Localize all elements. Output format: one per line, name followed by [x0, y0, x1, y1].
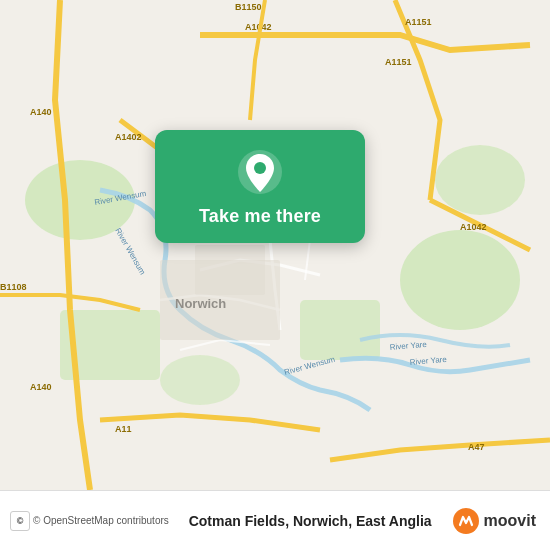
svg-text:A140: A140 [30, 382, 52, 392]
svg-text:A1151: A1151 [385, 57, 412, 67]
location-pin-icon [236, 148, 284, 196]
svg-rect-4 [300, 300, 380, 360]
svg-text:A1151: A1151 [405, 17, 432, 27]
moovit-icon [452, 507, 480, 535]
location-card: Take me there [155, 130, 365, 243]
svg-text:A47: A47 [468, 442, 485, 452]
svg-text:A140: A140 [30, 107, 52, 117]
svg-rect-24 [195, 245, 265, 295]
map-background: A1042 A1151 A1151 A140 A1402 B1108 A140 … [0, 0, 550, 490]
bottom-bar: © © OpenStreetMap contributors Cotman Fi… [0, 490, 550, 550]
take-me-there-button[interactable]: Take me there [199, 206, 321, 227]
osm-attribution-text: © OpenStreetMap contributors [33, 515, 169, 526]
osm-logo: © [10, 511, 30, 531]
svg-text:B1150: B1150 [235, 2, 262, 12]
svg-text:A1402: A1402 [115, 132, 142, 142]
osm-attribution: © © OpenStreetMap contributors [10, 511, 169, 531]
svg-text:B1108: B1108 [0, 282, 27, 292]
svg-point-27 [254, 162, 266, 174]
moovit-text: moovit [484, 512, 536, 530]
svg-point-3 [435, 145, 525, 215]
map-container: A1042 A1151 A1151 A140 A1402 B1108 A140 … [0, 0, 550, 490]
svg-point-6 [160, 355, 240, 405]
svg-point-2 [400, 230, 520, 330]
svg-text:A11: A11 [115, 424, 132, 434]
location-label: Cotman Fields, Norwich, East Anglia [177, 513, 444, 529]
svg-text:A1042: A1042 [460, 222, 487, 232]
moovit-logo: moovit [452, 507, 536, 535]
